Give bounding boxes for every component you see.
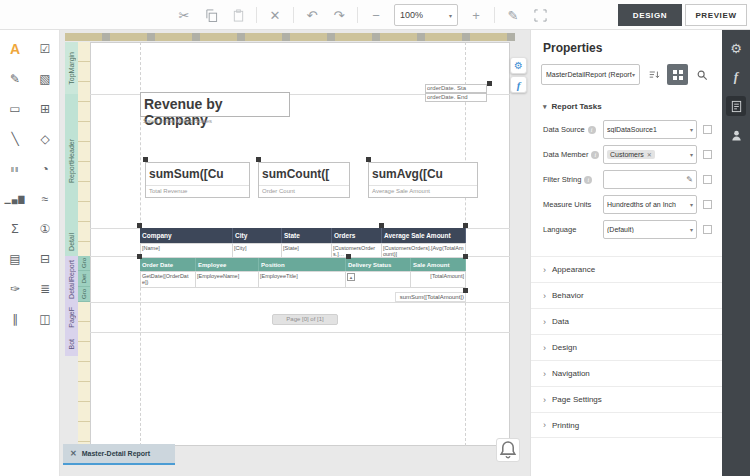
field-order-date[interactable]: GetDate([OrderDate]) xyxy=(140,271,196,288)
toolbox-item-chart[interactable]: ▁▄▇ xyxy=(3,187,27,211)
section-appearance[interactable]: ›Appearance xyxy=(531,256,722,282)
band-page-footer[interactable]: PageF xyxy=(65,302,78,332)
language-dropdown[interactable]: (Default) ▾ xyxy=(603,220,697,239)
smart-tag-handle[interactable] xyxy=(143,157,148,162)
band-detail[interactable]: Detail xyxy=(65,228,78,256)
report-explorer-icon[interactable] xyxy=(726,96,746,116)
notifications-button[interactable] xyxy=(496,438,520,462)
info-icon[interactable]: i xyxy=(588,126,596,134)
summary-average-sale[interactable]: sumAvg([Cu Average Sale Amount xyxy=(368,162,478,198)
toolbox-item-subreport[interactable]: ▤ xyxy=(3,247,27,271)
data-source-dropdown[interactable]: sqlDataSource1 ▾ xyxy=(603,120,697,139)
report-title-label[interactable]: Revenue by Company xyxy=(140,92,290,117)
toolbox-item-panel[interactable]: ▭ xyxy=(3,97,27,121)
field-orders[interactable]: [CustomersOrders.]… xyxy=(332,243,382,258)
section-navigation[interactable]: ›Navigation xyxy=(531,360,722,386)
zoom-select[interactable]: 100% ▾ xyxy=(394,4,458,26)
cut-icon[interactable]: ✂ xyxy=(175,6,193,24)
vertical-ruler[interactable] xyxy=(78,42,90,446)
column-header-order-date[interactable]: Order Date xyxy=(140,258,196,271)
section-printing[interactable]: ›Printing xyxy=(531,412,722,438)
master-table-data-row[interactable]: [Name] [City] [State] [CustomersOrders.]… xyxy=(140,243,466,258)
grid-view-icon[interactable] xyxy=(667,64,688,85)
smart-tag-handle[interactable] xyxy=(256,157,261,162)
section-design[interactable]: ›Design xyxy=(531,334,722,360)
smart-tag-handle[interactable] xyxy=(463,223,468,228)
column-header-position[interactable]: Position xyxy=(259,258,346,271)
info-icon[interactable]: i xyxy=(591,151,599,159)
close-icon[interactable]: ✕ xyxy=(70,449,77,458)
smart-tag-handle[interactable] xyxy=(366,157,371,162)
toolbox-item-shape[interactable]: ◇ xyxy=(33,127,57,151)
toolbox-item-rich-text[interactable]: ✎ xyxy=(3,67,27,91)
smart-tag-handle[interactable] xyxy=(137,223,142,228)
copy-icon[interactable] xyxy=(202,6,220,24)
filter-string-input[interactable]: ✎ xyxy=(603,170,697,189)
section-report-tasks[interactable]: ▾ Report Tasks xyxy=(531,95,722,117)
field-delivery-status[interactable]: ▴ xyxy=(346,271,411,288)
paste-icon[interactable] xyxy=(229,6,247,24)
toolbox-item-check-box[interactable]: ☑ xyxy=(33,37,57,61)
toolbox-item-page-break[interactable]: ⊟ xyxy=(33,247,57,271)
band-detail-report[interactable]: DetailReport xyxy=(65,256,78,302)
toolbox-item-pivot-grid[interactable]: Σ xyxy=(3,217,27,241)
undo-icon[interactable]: ↶ xyxy=(303,6,321,24)
gear-icon[interactable]: ⚙ xyxy=(726,38,746,58)
zoom-in-button[interactable]: + xyxy=(467,6,485,24)
toolbox-item-gauge[interactable]: ◔ xyxy=(33,157,57,181)
column-header-state[interactable]: State xyxy=(282,228,332,243)
page-info-label[interactable]: Page [0] of [1] xyxy=(272,314,338,325)
expressions-icon[interactable]: f xyxy=(510,76,527,93)
band-top-margin[interactable]: TopMargin xyxy=(65,42,78,94)
param-order-date-start[interactable]: orderDate. Sta xyxy=(425,84,487,93)
toolbox-item-table-of-contents[interactable]: ≣ xyxy=(33,277,57,301)
field-employee-title[interactable]: [EmployeeTitle] xyxy=(259,271,346,288)
function-icon[interactable]: f xyxy=(726,67,746,87)
detail-table-data-row[interactable]: GetDate([OrderDate]) [EmployeeName] [Emp… xyxy=(140,271,466,288)
expression-checkbox[interactable] xyxy=(703,175,712,184)
summary-total-revenue[interactable]: sumSum([Cu Total Revenue xyxy=(145,162,250,198)
toolbox-item-line[interactable]: ╲ xyxy=(3,127,27,151)
document-tab[interactable]: ✕ Master-Detail Report xyxy=(63,444,175,465)
subband-detail[interactable]: Det xyxy=(78,271,90,287)
section-data[interactable]: ›Data xyxy=(531,308,722,334)
smart-tag-handle[interactable] xyxy=(346,254,351,259)
section-behavior[interactable]: ›Behavior xyxy=(531,282,722,308)
field-city[interactable]: [City] xyxy=(233,243,282,258)
column-header-city[interactable]: City xyxy=(233,228,282,243)
field-total-amount[interactable]: [TotalAmount] xyxy=(411,271,466,288)
detail-table-header-row[interactable]: Order Date Employee Position Delivery St… xyxy=(140,258,466,271)
report-subtitle-label[interactable]: Sales in the United States xyxy=(140,118,290,128)
zoom-out-button[interactable]: − xyxy=(367,6,385,24)
gear-icon[interactable]: ⚙ xyxy=(510,57,527,74)
smart-tag-handle[interactable] xyxy=(463,254,468,259)
summary-order-count[interactable]: sumCount([ Order Count xyxy=(258,162,350,198)
column-header-orders[interactable]: Orders xyxy=(332,228,382,243)
smart-tag-handle[interactable] xyxy=(463,288,468,293)
toolbox-item-signature[interactable]: ✑ xyxy=(3,277,27,301)
toolbox-item-barcode[interactable]: ‖‖ xyxy=(3,157,27,181)
expression-checkbox[interactable] xyxy=(703,200,712,209)
toolbox-item-sparkline[interactable]: ≈ xyxy=(33,187,57,211)
search-icon[interactable] xyxy=(691,64,712,85)
sort-icon[interactable] xyxy=(643,64,664,85)
redo-icon[interactable]: ↷ xyxy=(330,6,348,24)
design-surface[interactable]: TopMargin ReportHeader Detail DetailRepo… xyxy=(60,30,530,476)
subband-group-header[interactable]: Gro xyxy=(78,256,90,271)
smart-tag-handle[interactable] xyxy=(379,223,384,228)
toolbox-item-page-info[interactable]: ① xyxy=(33,217,57,241)
smart-tag-handle[interactable] xyxy=(137,254,142,259)
column-header-average-sale[interactable]: Average Sale Amount xyxy=(382,228,466,243)
data-member-dropdown[interactable]: Customers ✕ ▾ xyxy=(603,145,697,164)
section-page-settings[interactable]: ›Page Settings xyxy=(531,386,722,412)
smart-tag-handle[interactable] xyxy=(487,81,492,86)
toolbox-item-cross-band-line[interactable]: ∥ xyxy=(3,307,27,331)
column-header-sale-amount[interactable]: Sale Amount xyxy=(411,258,466,271)
expression-checkbox[interactable] xyxy=(703,150,712,159)
field-employee-name[interactable]: [EmployeeName] xyxy=(196,271,259,288)
column-header-employee[interactable]: Employee xyxy=(196,258,259,271)
horizontal-ruler[interactable] xyxy=(65,33,515,41)
column-header-company[interactable]: Company xyxy=(140,228,233,243)
validate-bindings-icon[interactable]: ✎ xyxy=(504,6,522,24)
field-average-sale[interactable]: [CustomersOrders].[Avg(TotalAmount)] xyxy=(382,243,466,258)
